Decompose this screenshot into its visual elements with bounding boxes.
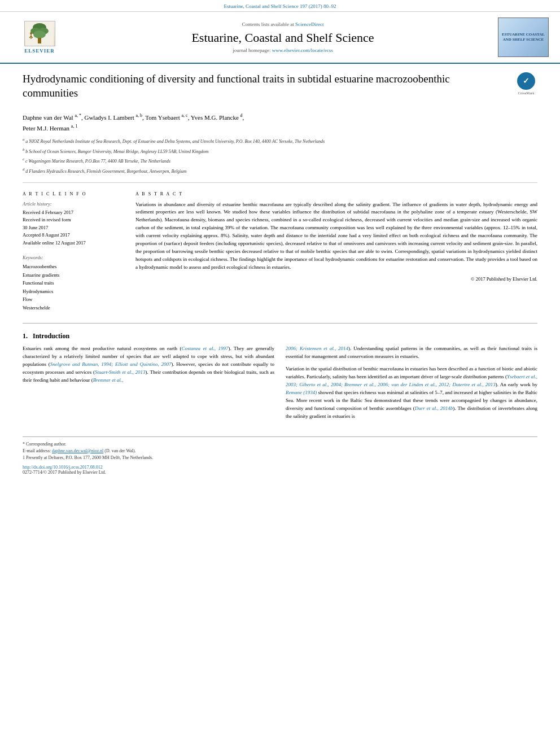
title-section: Hydrodynamic conditioning of diversity a… [23, 72, 537, 106]
affiliation-b: b b School of Ocean Sciences, Bangor Uni… [23, 147, 537, 155]
abstract-section: A B S T R A C T Variations in abundance … [135, 191, 537, 312]
authors-line: Daphne van der Wal a, *, Gwladys I. Lamb… [23, 112, 537, 133]
accepted-date: Accepted 8 August 2017 [23, 231, 124, 239]
section-divider [23, 323, 537, 324]
sciencedirect-link[interactable]: ScienceDirect [295, 21, 323, 27]
elsevier-brand: ELSEVIER [24, 48, 55, 54]
affiliation-c: c c Wageningen Marine Research, P.O.Box … [23, 156, 537, 165]
elsevier-tree-logo [24, 21, 55, 46]
doi-link: http://dx.doi.org/10.1016/j.ecss.2017.08… [23, 465, 537, 470]
affiliation-a: a a NIOZ Royal Netherlands Institute of … [23, 137, 537, 145]
keywords-list: Macrozoobenthes Estuarine gradients Func… [23, 263, 124, 312]
available-online-date: Available online 12 August 2017 [23, 239, 124, 247]
paper-content: Hydrodynamic conditioning of diversity a… [0, 64, 560, 486]
article-info-heading: A R T I C L E I N F O [23, 191, 124, 196]
journal-center-info: Contents lists available at ScienceDirec… [68, 21, 498, 53]
abstract-text: Variations in abundance and diversity of… [135, 201, 537, 272]
intro-two-col: Estuaries rank among the most productive… [23, 345, 537, 425]
footnote-1: 1 Presently at Deltares, P.O. Box 177, 2… [23, 455, 537, 460]
email-line: E-mail address: daphne.van.der.wal@nioz.… [23, 448, 537, 453]
article-history-label: Article history: [23, 201, 124, 207]
intro-section-title: 1. Introduction [23, 332, 537, 340]
journal-url[interactable]: www.elsevier.com/locate/ecss [272, 47, 333, 53]
introduction-section: 1. Introduction Estuaries rank among the… [23, 332, 537, 425]
keywords-label: Keywords: [23, 255, 124, 260]
issn-text: 0272-7714/© 2017 Published by Elsevier L… [23, 470, 537, 475]
elsevier-logo-section: ELSEVIER [11, 21, 68, 54]
keyword-1: Macrozoobenthes [23, 263, 124, 270]
journal-title: Estuarine, Coastal and Shelf Science [68, 30, 498, 45]
abstract-heading: A B S T R A C T [135, 191, 537, 196]
intro-paragraph-3: Variation in the spatial distribution of… [286, 365, 537, 421]
svg-point-4 [33, 30, 46, 38]
crossmark-badge: ✓ CrossMark [515, 72, 537, 95]
received-date: Received 4 February 2017 [23, 209, 124, 217]
footer-section: * Corresponding author. E-mail address: … [23, 436, 537, 475]
revised-date: 30 June 2017 [23, 224, 124, 232]
keyword-5: Flow [23, 295, 124, 303]
crossmark-label: CrossMark [518, 91, 535, 95]
svg-point-6 [30, 32, 32, 34]
citation-text: Estuarine, Coastal and Shelf Science 197… [224, 3, 336, 9]
keywords-section: Keywords: Macrozoobenthes Estuarine grad… [23, 255, 124, 312]
keyword-2: Estuarine gradients [23, 271, 124, 279]
intro-paragraph-1: Estuaries rank among the most productive… [23, 345, 274, 385]
affiliation-d: d d Flanders Hydraulics Research, Flemis… [23, 167, 537, 175]
journal-citation-bar: Estuarine, Coastal and Shelf Science 197… [0, 0, 560, 12]
author-email[interactable]: daphne.van.der.wal@nioz.nl [52, 448, 103, 453]
intro-right-col: 2006; Kristensen et al., 2014). Understa… [286, 345, 537, 425]
copyright-line: © 2017 Published by Elsevier Ltd. [135, 276, 537, 282]
revised-form-label: Received in revised form [23, 216, 124, 224]
intro-paragraph-2: 2006; Kristensen et al., 2014). Understa… [286, 345, 537, 361]
article-info-abstract: A R T I C L E I N F O Article history: R… [23, 191, 537, 312]
journal-homepage-line: journal homepage: www.elsevier.com/locat… [68, 47, 498, 53]
journal-header: ELSEVIER Contents lists available at Sci… [0, 12, 560, 64]
keyword-3: Functional traits [23, 279, 124, 287]
crossmark-icon: ✓ [517, 72, 535, 90]
corresponding-author-label: * Corresponding author. [23, 442, 537, 447]
intro-left-col: Estuaries rank among the most productive… [23, 345, 274, 425]
journal-cover-image: ESTUARINE COASTAL AND SHELF SCIENCE [498, 18, 549, 57]
affiliations-section: a a NIOZ Royal Netherlands Institute of … [23, 137, 537, 183]
paper-title: Hydrodynamic conditioning of diversity a… [23, 72, 506, 100]
sciencedirect-line: Contents lists available at ScienceDirec… [68, 21, 498, 27]
keyword-4: Hydrodynamics [23, 287, 124, 295]
keyword-6: Westerschelde [23, 304, 124, 312]
article-info-panel: A R T I C L E I N F O Article history: R… [23, 191, 124, 312]
svg-rect-5 [38, 38, 41, 43]
